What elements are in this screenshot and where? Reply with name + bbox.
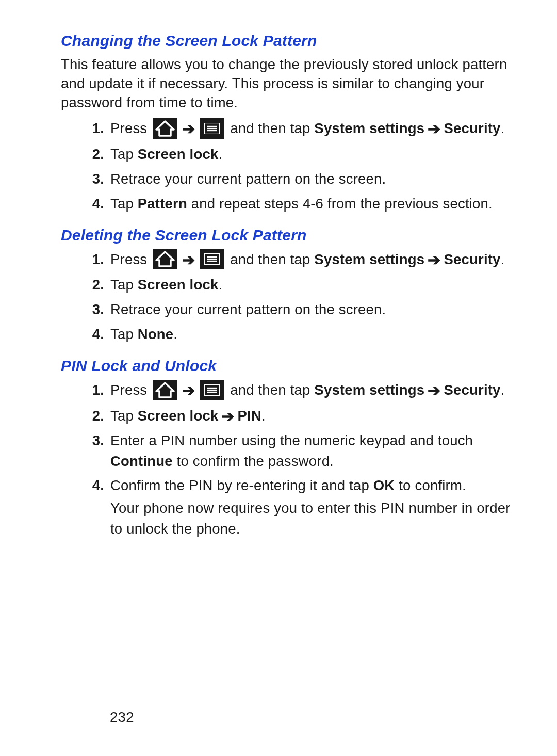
arrow-icon: ➔ xyxy=(182,121,195,137)
bold-text: Continue xyxy=(110,453,173,469)
arrow-icon: ➔ xyxy=(428,121,440,137)
page-number-value: 232 xyxy=(110,709,134,725)
menu-icon xyxy=(200,380,224,400)
step-deleting-4: Tap None. xyxy=(107,324,516,345)
bold-text: PIN xyxy=(238,408,261,424)
page-number: 232 xyxy=(0,709,557,726)
step-text: and repeat steps 4-6 from the previous s… xyxy=(187,196,493,212)
step-text: . xyxy=(501,382,505,398)
bold-text: System settings xyxy=(314,120,424,136)
step-text: . xyxy=(218,146,222,162)
arrow-icon: ➔ xyxy=(221,409,234,424)
bold-text: Screen lock xyxy=(138,146,219,162)
arrow-icon: ➔ xyxy=(182,383,195,398)
home-icon xyxy=(153,249,177,269)
bold-text: Screen lock xyxy=(138,408,219,424)
bold-text: OK xyxy=(373,477,395,493)
step-deleting-2: Tap Screen lock. xyxy=(107,275,516,295)
step-changing-3: Retrace your current pattern on the scre… xyxy=(107,169,516,189)
step-deleting-1: Press ➔ and then tap System settings➔Sec… xyxy=(107,249,516,271)
heading-pin: PIN Lock and Unlock xyxy=(61,357,516,375)
intro-changing: This feature allows you to change the pr… xyxy=(61,55,516,112)
bold-text: Screen lock xyxy=(138,277,219,293)
bold-text: Security xyxy=(444,382,500,398)
step-changing-4: Tap Pattern and repeat steps 4-6 from th… xyxy=(107,194,516,214)
step-text: to confirm. xyxy=(395,477,466,493)
steps-changing: Press ➔ and then tap System settings➔Sec… xyxy=(61,118,516,214)
arrow-icon: ➔ xyxy=(428,252,440,268)
menu-icon xyxy=(200,249,224,269)
bold-text: None xyxy=(138,326,174,342)
step-tail-text: Your phone now requires you to enter thi… xyxy=(110,500,511,537)
step-deleting-3: Retrace your current pattern on the scre… xyxy=(107,299,516,320)
bold-text: System settings xyxy=(314,382,424,398)
menu-icon xyxy=(200,118,224,139)
step-text: Tap xyxy=(110,146,138,162)
step-text: Press xyxy=(110,120,151,136)
step-text: Retrace your current pattern on the scre… xyxy=(110,301,386,317)
step-text: Enter a PIN number using the numeric key… xyxy=(110,432,473,448)
home-icon xyxy=(153,380,177,400)
bold-text: Pattern xyxy=(138,196,187,212)
home-icon xyxy=(153,118,177,139)
step-text: Press xyxy=(110,382,151,398)
step-text: Confirm the PIN by re-entering it and ta… xyxy=(110,477,373,493)
arrow-icon: ➔ xyxy=(428,383,440,398)
step-text: and then tap xyxy=(226,251,314,267)
heading-deleting: Deleting the Screen Lock Pattern xyxy=(61,227,516,244)
heading-changing: Changing the Screen Lock Pattern xyxy=(61,32,516,50)
step-pin-1: Press ➔ and then tap System settings➔Sec… xyxy=(107,380,516,401)
bold-text: System settings xyxy=(314,251,424,267)
step-text: Tap xyxy=(110,196,138,212)
step-text: Press xyxy=(110,251,151,267)
step-text: . xyxy=(501,251,505,267)
step-text: Tap xyxy=(110,326,138,342)
step-text: to confirm the password. xyxy=(173,453,334,469)
step-changing-2: Tap Screen lock. xyxy=(107,144,516,165)
steps-pin: Press ➔ and then tap System settings➔Sec… xyxy=(61,380,516,539)
step-text: . xyxy=(501,120,505,136)
manual-page: Changing the Screen Lock Pattern This fe… xyxy=(0,0,557,539)
step-pin-4: Confirm the PIN by re-entering it and ta… xyxy=(107,475,516,539)
step-pin-2: Tap Screen lock➔PIN. xyxy=(107,406,516,426)
steps-deleting: Press ➔ and then tap System settings➔Sec… xyxy=(61,249,516,345)
arrow-icon: ➔ xyxy=(182,252,195,268)
step-text: Tap xyxy=(110,408,138,424)
step-text: and then tap xyxy=(226,382,314,398)
step-text: . xyxy=(173,326,177,342)
step-text: and then tap xyxy=(226,120,314,136)
bold-text: Security xyxy=(444,251,500,267)
step-text: . xyxy=(261,408,266,424)
step-changing-1: Press ➔ and then tap System settings➔Sec… xyxy=(107,118,516,140)
step-text: . xyxy=(218,277,222,293)
step-text: Retrace your current pattern on the scre… xyxy=(110,171,386,187)
bold-text: Security xyxy=(444,120,500,136)
step-pin-3: Enter a PIN number using the numeric key… xyxy=(107,430,516,472)
step-text: Tap xyxy=(110,277,138,293)
